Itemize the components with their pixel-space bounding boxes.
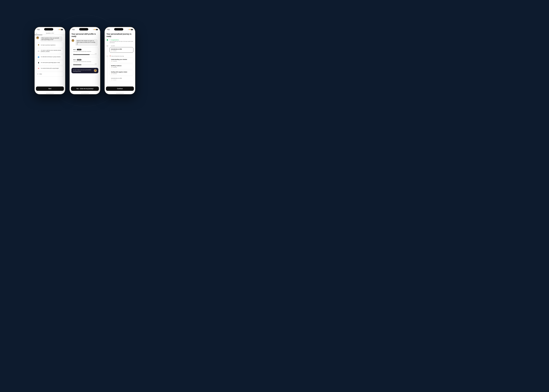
screen-1-content: ‹ Question 1 of 4 👩 What experience have… [35,31,65,94]
continue-button[interactable]: Continue [106,86,134,91]
signal-icon-3: ▪▪▪ [128,29,129,30]
skill2-bar-fill [73,64,81,65]
phones-container: 7:11 ▪▪▪ 📶 5G ‹ Question 1 of 4 [34,27,136,95]
skill1-bar-container: Left Right [73,53,97,55]
dot-upnext [107,45,108,47]
options-list: 🧑‍💼 I've had no previous experience 📖 I'… [35,42,65,86]
timeline-left-upnext [106,45,108,54]
status-time-1: 7:11 [37,29,40,30]
skill2-desc: Lorem ipsum dolor sit amet duet consecte… [73,61,97,62]
ready-text: Are you ready to see your personalised l… [73,69,93,72]
journey-card-sessions-2: 📋 8 sessions [111,73,132,74]
option-other[interactable]: + Other [36,72,64,77]
status-bar-3: 7:11 ▪▪▪ 📶 5G [105,27,135,31]
timeline-right-congrats: ✓ Congratulations You've just taken your… [110,39,133,44]
option-text-3: I've used sports psychology apps or tool… [41,62,60,63]
skill2-bar-labels: Left Right [73,63,97,64]
screen-3-content: Your personalised journey is ready ✓ [105,31,135,94]
skill1-left-label: Left [73,53,75,54]
skill2-right-label: Right [95,63,97,64]
screen1-header: ‹ Question 1 of 4 [35,31,65,35]
option-text-2: I've attended workshops or group session… [41,56,61,57]
home-indicator-2 [70,92,100,94]
skill-card-2: Skill 2 Level 2 Lorem ipsum dolor sit am… [71,58,98,67]
intro-card: Introduction to Ebb 📋 1 session [110,47,133,53]
chat-bubble-2: Based on the answers you gave us, here's… [75,39,97,46]
back-button[interactable]: ‹ [36,32,37,34]
screen3-title: Your personalised journey is ready [106,33,133,37]
up-next-label: → Up next [110,45,133,46]
screen-2-content: Your personal skill profile is ready 👩 B… [70,31,100,94]
phone-1: 7:11 ▪▪▪ 📶 5G ‹ Question 1 of 4 [34,27,66,95]
skill1-right-label: Right [95,53,97,54]
skill1-label: Skill 1 [73,49,76,50]
skill1-bar-labels: Left Right [73,53,97,54]
option-text-4: I've worked directly with a psychologist [41,68,59,69]
option-icon-1: 📖 [37,50,40,52]
avatar-3: 👩 [94,69,97,72]
battery-icon-3: 5G [131,29,133,30]
question-label: Question 1 of 4 [46,33,54,34]
skill2-left-label: Left [73,63,75,64]
dynamic-island-3 [114,28,123,30]
skill1-level: Level 4 [77,49,81,50]
sessions-icon-3: 📋 [111,79,112,80]
cta-button[interactable]: Yes – show me my journey! [71,86,99,91]
option-workshops[interactable]: 👥 I've attended workshops or group sessi… [36,55,64,59]
skill2-bar-track [73,64,97,65]
status-icons-3: ▪▪▪ 📶 5G [128,29,133,30]
status-time-2: 7:11 [72,29,75,30]
skill-card-1: Skill 1 Level 4 Lorem ipsum dolor sit am… [71,48,98,56]
screen2-title: Your personal skill profile is ready [71,33,98,37]
calendar-icon: 📅 [110,56,111,57]
phone-3: 7:11 ▪▪▪ 📶 5G Your personalised journey … [104,27,136,95]
dot-keep [107,56,108,57]
option-read-materials[interactable]: 📖 I've read or watched some materials (b… [36,48,64,54]
option-psychologist[interactable]: 🧠 I've worked directly with a psychologi… [36,66,64,71]
skill2-header: Skill 2 Level 2 [73,59,97,61]
screen2-scroll: Your personal skill profile is ready 👩 B… [70,31,100,86]
dot-congrats [107,39,108,41]
home-bar-3 [116,93,124,93]
other-label: Other [39,73,42,75]
journey-card-3: Introduction to Ebb 📋 1 session [110,76,133,82]
congrats-label: ✓ Congratulations [110,39,133,41]
battery-icon-2: 6G [96,29,98,30]
status-icons-2: ▪▪▪ 📶 6G [93,29,98,30]
skill1-header: Skill 1 Level 4 [73,49,97,50]
journey-card-sessions-0: 📋 5 sessions [111,61,132,62]
wifi-icon: 📶 [59,29,61,30]
journey-card-title-3: Introduction to Ebb [111,78,132,79]
battery-icon: 5G [61,29,63,30]
skill2-bar-container: Left Right [73,63,97,65]
next-button[interactable]: Next [36,86,64,91]
chat-question: 👩 What experience have you had with spor… [35,35,65,42]
screen3-scroll: Your personalised journey is ready ✓ [105,31,135,86]
option-no-experience[interactable]: 🧑‍💼 I've had no previous experience [36,42,64,48]
journey-card-title-2: Dealing with negative chatter [111,71,132,73]
sessions-icon-2: 📋 [111,73,112,74]
journey-card-1: Building resilience 📋 4 sessions [110,64,133,69]
journey-timeline: ✓ Congratulations You've just taken your… [106,39,133,83]
status-bar-2: 7:11 ▪▪▪ 📶 6G [70,27,100,31]
chat-row-2: 👩 Based on the answers you gave us, here… [71,39,98,46]
status-bar-1: 7:11 ▪▪▪ 📶 5G [35,27,65,31]
timeline-right-keep: 📅 Keep coming back every day Understandi… [110,56,133,83]
sessions-icon-0: 📋 [111,61,112,62]
sessions-icon-1: 📋 [111,67,112,68]
timeline-congrats: ✓ Congratulations You've just taken your… [106,39,133,44]
skill1-desc: Lorem ipsum dolor sit amet duet consecte… [73,51,97,52]
congrats-desc: You've just taken your first step on the… [110,41,133,43]
intro-card-title: Introduction to Ebb [111,49,132,50]
signal-icon: ▪▪▪ [58,29,59,30]
sessions-icon: 📋 [111,50,112,51]
avatar-2: 👩 [71,39,74,42]
check-icon: ✓ [110,39,111,41]
skill2-label: Skill 2 [73,59,76,60]
option-icon-0: 🧑‍💼 [37,44,40,46]
dynamic-island-1 [44,28,53,30]
avatar-1: 👩 [36,36,39,39]
option-icon-3: 📱 [37,62,40,64]
option-apps[interactable]: 📱 I've used sports psychology apps or to… [36,60,64,65]
timeline-keep: 📅 Keep coming back every day Understandi… [106,56,133,83]
